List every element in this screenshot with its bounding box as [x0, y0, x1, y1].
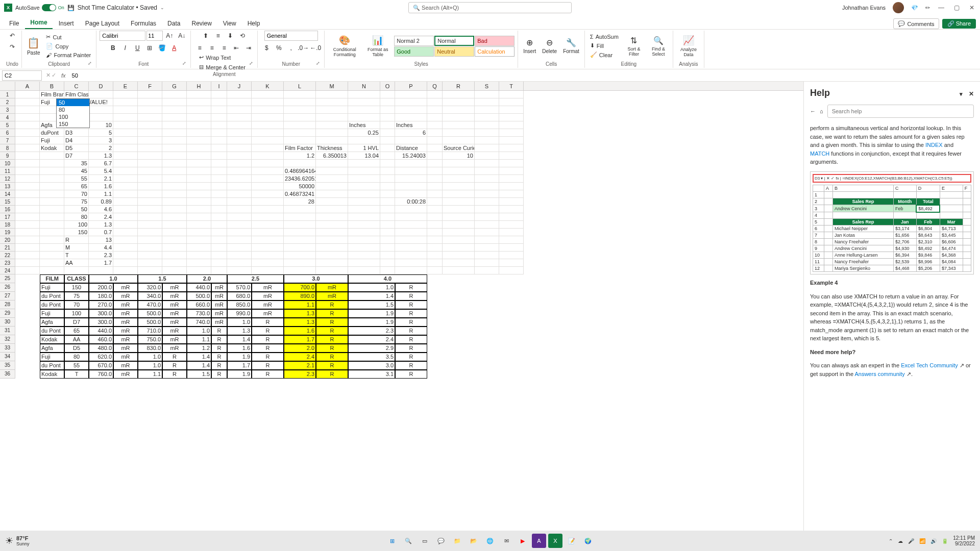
validation-dropdown[interactable]: 5080100150: [56, 98, 90, 128]
table-cell[interactable]: 2.1: [284, 361, 316, 370]
row-header-31[interactable]: 31: [0, 327, 15, 335]
table-cell[interactable]: 1.4: [348, 292, 395, 300]
table-cell[interactable]: 1.2: [187, 344, 211, 353]
cell-I20[interactable]: [211, 236, 227, 244]
cell-B9[interactable]: [40, 152, 64, 160]
table-cell[interactable]: Kodak: [40, 335, 64, 344]
cell-D24[interactable]: [89, 267, 113, 274]
cell-B10[interactable]: [40, 160, 64, 167]
cell-G16[interactable]: [162, 206, 187, 213]
table-cell[interactable]: R: [252, 370, 284, 379]
cell-E12[interactable]: [113, 175, 138, 183]
table-cell[interactable]: 570.0: [227, 283, 252, 292]
table-cell[interactable]: 660.0: [187, 300, 211, 309]
row-header-28[interactable]: 28: [0, 300, 15, 309]
cell-J5[interactable]: [227, 121, 252, 129]
cell-D15[interactable]: 0.89: [89, 198, 113, 206]
cell-C10[interactable]: 35: [64, 160, 89, 167]
cell-M3[interactable]: [316, 106, 348, 114]
cell-T21[interactable]: [499, 244, 524, 252]
edge-icon[interactable]: 🌐: [483, 534, 497, 548]
cell-T6[interactable]: [499, 129, 524, 137]
table-cell[interactable]: R: [395, 370, 427, 379]
cell-N11[interactable]: [348, 167, 380, 175]
table-cell[interactable]: 2.4: [348, 335, 395, 344]
table-cell[interactable]: 500.0: [138, 318, 162, 327]
table-cell[interactable]: 1.0: [138, 353, 162, 361]
table-cell[interactable]: 1.9: [348, 309, 395, 318]
cell-E3[interactable]: [113, 106, 138, 114]
cell-S9[interactable]: [475, 152, 499, 160]
table-cell[interactable]: 750.0: [138, 335, 162, 344]
cell-F3[interactable]: [138, 106, 162, 114]
cell-T10[interactable]: [499, 160, 524, 167]
cell-I1[interactable]: [211, 91, 227, 98]
table-cell[interactable]: 2.3: [348, 327, 395, 335]
comments-button[interactable]: 💬 Comments: [893, 18, 939, 29]
cell-A21[interactable]: [15, 244, 40, 252]
cell-H22[interactable]: [187, 252, 211, 259]
cell-E2[interactable]: [113, 98, 138, 106]
cell-E22[interactable]: [113, 252, 138, 259]
cell-K3[interactable]: [252, 106, 284, 114]
cell-O19[interactable]: [380, 229, 395, 236]
row-header-1[interactable]: 1: [0, 91, 15, 98]
table-cell[interactable]: 500.0: [187, 292, 211, 300]
percent-icon[interactable]: %: [273, 43, 284, 53]
cell-K18[interactable]: [252, 221, 284, 229]
tab-data[interactable]: Data: [162, 18, 185, 29]
table-cell[interactable]: 1.7: [284, 335, 316, 344]
row-header-4[interactable]: 4: [0, 114, 15, 121]
cell-M8[interactable]: Thickness: [316, 144, 348, 152]
cell-L21[interactable]: [284, 244, 316, 252]
table-cell[interactable]: 1.1: [138, 370, 162, 379]
tray-wifi-icon[interactable]: 📶: [919, 538, 925, 544]
cell-H5[interactable]: [187, 121, 211, 129]
cell-G13[interactable]: [162, 183, 187, 190]
table-cell[interactable]: du Pont: [40, 292, 64, 300]
cell-L1[interactable]: [284, 91, 316, 98]
table-cell[interactable]: 1.9: [348, 318, 395, 327]
answers-community-link[interactable]: Answers community: [854, 371, 904, 377]
merge-center-button[interactable]: ⊟ Merge & Center: [197, 63, 254, 71]
table-cell[interactable]: 1.7: [227, 361, 252, 370]
tab-help[interactable]: Help: [242, 18, 265, 29]
table-cell[interactable]: mR: [162, 292, 187, 300]
cell-I19[interactable]: [211, 229, 227, 236]
table-cell[interactable]: mR: [113, 309, 138, 318]
table-cell[interactable]: mR: [113, 327, 138, 335]
cell-L18[interactable]: [284, 221, 316, 229]
table-cell[interactable]: mR: [113, 335, 138, 344]
cell-H9[interactable]: [187, 152, 211, 160]
table-cell[interactable]: 700.0: [284, 283, 316, 292]
cell-M5[interactable]: [316, 121, 348, 129]
cell-H18[interactable]: [187, 221, 211, 229]
share-button[interactable]: 🔗 Share: [942, 19, 976, 29]
table-cell[interactable]: 1.4: [227, 335, 252, 344]
cell-K19[interactable]: [252, 229, 284, 236]
table-cell[interactable]: mR: [211, 300, 227, 309]
cell-P24[interactable]: [395, 267, 427, 274]
cell-F8[interactable]: [138, 144, 162, 152]
cell-D1[interactable]: [89, 91, 113, 98]
cell-H15[interactable]: [187, 198, 211, 206]
cell-K13[interactable]: [252, 183, 284, 190]
cell-N4[interactable]: [348, 114, 380, 121]
cell-E6[interactable]: [113, 129, 138, 137]
table-cell[interactable]: 55: [64, 361, 89, 370]
cell-S18[interactable]: [475, 221, 499, 229]
row-header-7[interactable]: 7: [0, 137, 15, 144]
cell-E10[interactable]: [113, 160, 138, 167]
align-center-icon[interactable]: ≡: [206, 43, 217, 53]
cell-D5[interactable]: 10: [89, 121, 113, 129]
table-cell[interactable]: R: [395, 318, 427, 327]
cell-O9[interactable]: [380, 152, 395, 160]
cell-D10[interactable]: 6.7: [89, 160, 113, 167]
align-middle-icon[interactable]: ≡: [212, 31, 224, 41]
cell-G6[interactable]: [162, 129, 187, 137]
row-header-6[interactable]: 6: [0, 129, 15, 137]
cell-A2[interactable]: [15, 98, 40, 106]
clock[interactable]: 12:11 PM9/2/2022: [953, 535, 975, 546]
cell-G14[interactable]: [162, 190, 187, 198]
cell-N8[interactable]: 1 HVL: [348, 144, 380, 152]
